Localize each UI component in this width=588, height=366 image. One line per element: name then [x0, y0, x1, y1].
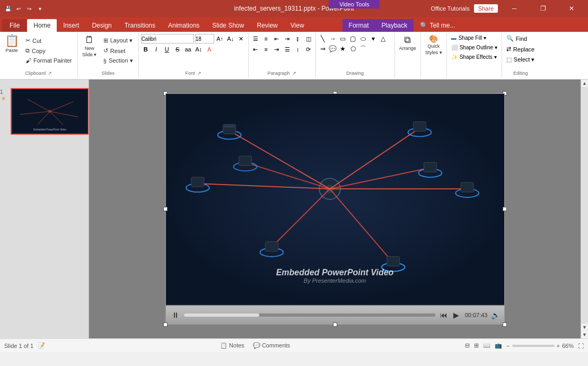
scroll-track[interactable] [581, 87, 588, 324]
undo-icon[interactable]: ↩ [15, 5, 22, 12]
zoom-out-btn[interactable]: − [506, 343, 510, 349]
decrease-indent-btn[interactable]: ⇤ [272, 34, 282, 43]
minimize-btn[interactable]: ─ [502, 0, 526, 17]
next-frame-btn[interactable]: ▶ [451, 310, 462, 320]
clipboard-expand-icon[interactable]: ↗ [48, 71, 52, 76]
shape-rounded-rect[interactable]: ▢ [348, 34, 358, 43]
paste-button[interactable]: 📋 Paste [2, 34, 21, 54]
font-size-input[interactable] [195, 34, 214, 43]
handle-right[interactable] [503, 207, 507, 211]
shape-arrow[interactable]: ⇒ [318, 44, 328, 54]
tab-insert[interactable]: Insert [57, 19, 85, 32]
tab-tell-me[interactable]: 🔍 Tell me... [414, 19, 461, 32]
line-spacing-btn[interactable]: ↕ [293, 45, 303, 54]
tab-transitions[interactable]: Transitions [118, 19, 162, 32]
font-name-input[interactable] [141, 34, 194, 43]
save-icon[interactable]: 💾 [4, 5, 12, 12]
select-button[interactable]: ⬚ Select ▾ [504, 55, 537, 64]
tab-format[interactable]: Format [343, 19, 375, 32]
align-left-btn[interactable]: ⇤ [251, 45, 260, 54]
slide-item-1[interactable]: 1 ★ Embedded PowerPoint Video [11, 88, 78, 135]
redo-icon[interactable]: ↪ [25, 5, 33, 12]
find-button[interactable]: 🔍 Find [504, 34, 537, 43]
smart-art-btn[interactable]: ◫ [304, 34, 313, 43]
restore-btn[interactable]: ❐ [531, 0, 555, 17]
shape-outline-button[interactable]: ⬜ Shape Outline ▾ [449, 43, 499, 51]
office-tutorials-btn[interactable]: Office Tutorials [431, 5, 469, 12]
quick-styles-button[interactable]: 🎨 Quick Styles ▾ [423, 34, 444, 56]
font-increase-btn[interactable]: A↑ [215, 34, 225, 43]
align-center-btn[interactable]: ≡ [261, 45, 271, 54]
zoom-slider[interactable] [512, 345, 555, 347]
tab-design[interactable]: Design [85, 19, 118, 32]
small-caps-btn[interactable]: aa [183, 45, 193, 54]
fit-slide-btn[interactable]: ⛶ [578, 343, 584, 349]
justify-btn[interactable]: ☰ [283, 45, 292, 54]
customize-icon[interactable]: ▾ [36, 5, 43, 12]
char-spacing-btn[interactable]: A↕ [194, 45, 204, 54]
italic-btn[interactable]: I [152, 45, 161, 54]
seek-bar[interactable] [184, 313, 435, 317]
shape-fill-button[interactable]: ▬ Shape Fill ▾ [449, 34, 499, 42]
layout-button[interactable]: ⊞ Layout ▾ [100, 36, 136, 45]
clear-format-btn[interactable]: ✕ [236, 34, 246, 43]
shape-arrow-line[interactable]: → [328, 34, 338, 43]
presenter-view-btn[interactable]: 📺 [495, 342, 502, 349]
shape-more[interactable]: ▾ [368, 34, 378, 43]
pause-button[interactable]: ⏸ [170, 310, 181, 320]
font-color-btn[interactable]: A [205, 45, 214, 54]
tab-slideshow[interactable]: Slide Show [206, 19, 250, 32]
scroll-extra-down-btn[interactable]: ▼ [581, 331, 589, 338]
volume-icon[interactable]: 🔊 [491, 311, 500, 319]
reading-view-btn[interactable]: 📖 [483, 342, 490, 349]
handle-bottom-left[interactable] [163, 323, 168, 327]
normal-view-btn[interactable]: ⊟ [465, 342, 470, 349]
font-decrease-btn[interactable]: A↓ [226, 34, 235, 43]
font-expand-icon[interactable]: ↗ [197, 71, 201, 76]
shape-callout[interactable]: 💬 [328, 44, 338, 54]
close-btn[interactable]: ✕ [559, 0, 584, 17]
align-right-btn[interactable]: ⇥ [272, 45, 282, 54]
tab-view[interactable]: View [284, 19, 311, 32]
paragraph-expand-icon[interactable]: ↗ [292, 71, 296, 76]
share-btn[interactable]: Share [474, 4, 498, 13]
tab-file[interactable]: File [2, 19, 27, 32]
tab-playback[interactable]: Playback [375, 19, 414, 32]
new-slide-button[interactable]: 🗒 New Slide ▾ [80, 34, 99, 58]
slide-canvas[interactable]: Embedded PowerPoint Video By PresenterMe… [165, 93, 505, 306]
strikethrough-btn[interactable]: S [173, 45, 182, 54]
handle-bottom[interactable] [333, 323, 337, 327]
comments-btn[interactable]: 💬 Comments [253, 342, 290, 349]
underline-btn[interactable]: U [162, 45, 172, 54]
replace-button[interactable]: ⇄ Replace [504, 45, 537, 54]
shape-pentagon[interactable]: ⬠ [348, 44, 358, 54]
handle-left[interactable] [163, 207, 168, 211]
columns-btn[interactable]: ⫿ [293, 34, 303, 43]
handle-bottom-right[interactable] [503, 323, 507, 327]
copy-button[interactable]: ⧉ Copy [22, 46, 75, 55]
tab-review[interactable]: Review [250, 19, 284, 32]
format-painter-button[interactable]: 🖌 Format Painter [22, 56, 75, 65]
notes-btn[interactable]: 📋 Notes [220, 342, 244, 349]
shape-effects-button[interactable]: ✨ Shape Effects ▾ [449, 53, 499, 61]
shape-line[interactable]: ╲ [318, 34, 328, 43]
shape-oval[interactable]: ⬭ [358, 34, 368, 43]
scroll-down-btn[interactable]: ▼ [581, 324, 589, 331]
zoom-in-btn[interactable]: + [557, 343, 560, 349]
slide-thumbnail[interactable]: Embedded PowerPoint Video [11, 88, 89, 135]
tab-animations[interactable]: Animations [162, 19, 206, 32]
bullets-btn[interactable]: ☰ [251, 34, 260, 43]
reset-button[interactable]: ↺ Reset [100, 46, 136, 55]
bold-btn[interactable]: B [141, 45, 151, 54]
scroll-up-btn[interactable]: ▲ [581, 80, 589, 87]
arrange-button[interactable]: ⧉ Arrange [397, 34, 418, 52]
tab-home[interactable]: Home [27, 19, 57, 32]
cut-button[interactable]: ✂ Cut [22, 36, 75, 45]
shape-rect[interactable]: ▭ [338, 34, 348, 43]
slide-sorter-btn[interactable]: ⊞ [474, 342, 479, 349]
shape-curve[interactable]: ⌒ [358, 44, 368, 54]
prev-frame-btn[interactable]: ⏮ [438, 310, 449, 320]
numbering-btn[interactable]: ≡ [261, 34, 271, 43]
shape-triangle[interactable]: △ [379, 34, 388, 43]
slide-notes-icon[interactable]: 📝 [38, 342, 45, 349]
